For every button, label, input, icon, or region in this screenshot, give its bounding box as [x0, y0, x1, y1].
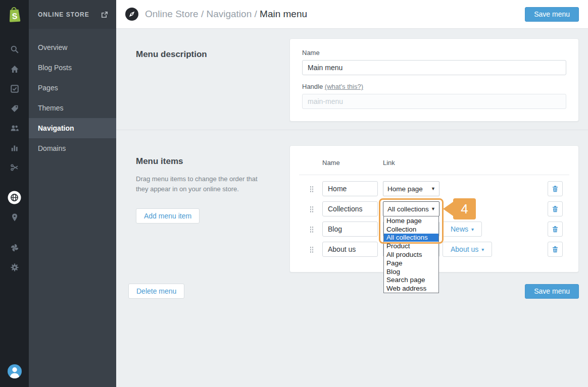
drag-hint-text: Drag menu items to change the order that…	[136, 174, 263, 194]
item-name-input[interactable]	[322, 242, 378, 257]
dropdown-option-page[interactable]: Page	[384, 259, 438, 267]
dropdown-option-all-products[interactable]: All products	[384, 250, 438, 259]
icon-rail: S	[0, 0, 29, 387]
sub-link-label: News	[451, 225, 468, 233]
topbar: Online Store / Navigation / Main menu Sa…	[116, 0, 588, 29]
delete-menu-button[interactable]: Delete menu	[128, 284, 184, 299]
dropdown-option-search-page[interactable]: Search page	[384, 276, 438, 285]
svg-text:S: S	[12, 12, 18, 21]
sidebar-item-label: Blog Posts	[38, 64, 72, 72]
menu-item-rows: Home page▼ All collections▼	[290, 175, 578, 259]
reports-icon[interactable]	[0, 138, 29, 157]
menu-description-heading-col: Menu description	[128, 38, 289, 122]
item-name-input[interactable]	[322, 181, 378, 196]
sidebar-item-overview[interactable]: Overview	[29, 37, 116, 58]
dropdown-option-product[interactable]: Product	[384, 242, 438, 250]
user-avatar[interactable]	[8, 364, 22, 380]
drag-handle-icon[interactable]	[310, 226, 313, 233]
dropdown-option-blog[interactable]: Blog	[384, 267, 438, 276]
footer-actions: Delete menu Save menu	[116, 272, 588, 299]
sidebar-header: ONLINE STORE	[29, 0, 116, 29]
sub-link-label: About us	[451, 245, 478, 253]
drag-handle-icon[interactable]	[310, 206, 313, 212]
select-arrow-icon: ▼	[431, 186, 435, 191]
search-icon[interactable]	[0, 39, 29, 59]
menu-description-card: Name Handle (what's this?)	[289, 38, 579, 122]
orders-icon[interactable]	[0, 79, 29, 98]
sidebar-nav: Overview Blog Posts Pages Themes Navigat…	[29, 29, 116, 158]
breadcrumb: Online Store / Navigation / Main menu	[145, 9, 307, 20]
blog-target-dropdown-button[interactable]: News▾	[443, 222, 482, 237]
sidebar-item-domains[interactable]: Domains	[29, 138, 116, 158]
trash-icon	[551, 185, 559, 193]
locations-pin-icon[interactable]	[0, 207, 29, 227]
trash-icon	[551, 205, 559, 213]
breadcrumb-path[interactable]: Online Store / Navigation /	[145, 9, 260, 19]
customers-icon[interactable]	[0, 118, 29, 138]
drag-handle-icon[interactable]	[310, 246, 313, 253]
delete-item-button[interactable]	[548, 222, 563, 237]
sidebar-item-themes[interactable]: Themes	[29, 98, 116, 118]
link-select-open[interactable]: All collections▼	[383, 201, 439, 216]
link-select-value: All collections	[387, 205, 429, 213]
item-name-input[interactable]	[322, 201, 378, 216]
shopify-bag-icon: S	[7, 6, 23, 24]
link-select-value: Home page	[387, 185, 423, 193]
online-store-icon[interactable]	[0, 188, 29, 207]
sidebar-item-blog-posts[interactable]: Blog Posts	[29, 58, 116, 78]
menu-items-columns: Name Link	[290, 146, 578, 167]
menu-item-row-collections: All collections▼ Home page Collection Al…	[290, 199, 578, 219]
sidebar-item-label: Overview	[38, 43, 67, 51]
link-select-wrap: Home page▼	[383, 181, 439, 196]
column-header-name: Name	[322, 159, 383, 167]
external-link-icon[interactable]	[101, 11, 109, 19]
save-menu-button-top[interactable]: Save menu	[525, 7, 579, 22]
sidebar-item-navigation[interactable]: Navigation	[29, 118, 116, 138]
sidebar-item-label: Domains	[38, 144, 66, 152]
menu-description-section: Menu description Name Handle (what's thi…	[116, 29, 588, 130]
dropdown-option-home-page[interactable]: Home page	[384, 216, 438, 225]
link-select[interactable]: Home page▼	[383, 181, 439, 196]
delete-item-button[interactable]	[548, 181, 563, 196]
section-title: Menu description	[136, 49, 289, 60]
name-label: Name	[302, 49, 566, 57]
online-store-sidebar: ONLINE STORE Overview Blog Posts Pages T…	[29, 0, 116, 387]
annotation-arrow	[443, 202, 453, 216]
handle-label: Handle (what's this?)	[302, 83, 566, 90]
section-title: Menu items	[136, 156, 289, 167]
item-name-input[interactable]	[322, 222, 378, 237]
add-menu-item-button[interactable]: Add menu item	[136, 208, 200, 224]
shopify-admin-window: S	[0, 0, 588, 387]
sidebar-item-pages[interactable]: Pages	[29, 78, 116, 98]
sidebar-item-label: Navigation	[38, 124, 74, 132]
save-menu-button-bottom[interactable]: Save menu	[525, 284, 579, 299]
trash-icon	[551, 225, 559, 233]
settings-gear-icon[interactable]	[0, 257, 29, 277]
page-target-dropdown-button[interactable]: About us▾	[443, 242, 492, 257]
dropdown-option-all-collections[interactable]: All collections	[384, 234, 438, 242]
name-field-group: Name	[302, 49, 566, 75]
menu-item-row-home: Home page▼	[290, 179, 578, 199]
menu-name-input[interactable]	[302, 60, 566, 75]
dropdown-option-web-address[interactable]: Web address	[384, 284, 438, 293]
dropdown-option-collection[interactable]: Collection	[384, 225, 438, 234]
menu-items-heading-col: Menu items Drag menu items to change the…	[128, 130, 289, 272]
caret-down-icon: ▾	[481, 247, 484, 252]
sidebar-header-label: ONLINE STORE	[38, 11, 89, 18]
drag-handle-icon[interactable]	[310, 186, 313, 192]
discounts-icon[interactable]	[0, 157, 29, 177]
page-title: Main menu	[260, 9, 307, 19]
menu-handle-input[interactable]	[302, 94, 566, 109]
home-icon[interactable]	[0, 59, 29, 79]
shopify-logo[interactable]: S	[0, 0, 29, 29]
column-header-link: Link	[383, 159, 395, 167]
delete-item-button[interactable]	[548, 242, 563, 257]
whats-this-link[interactable]: (what's this?)	[325, 83, 363, 90]
trash-icon	[551, 245, 559, 253]
apps-icon[interactable]	[0, 238, 29, 257]
annotation-step-badge: 4	[453, 198, 476, 219]
menu-items-card: Name Link Home page▼	[289, 145, 579, 272]
delete-item-button[interactable]	[548, 201, 563, 216]
products-tag-icon[interactable]	[0, 98, 29, 118]
menu-items-section: Menu items Drag menu items to change the…	[116, 130, 588, 272]
